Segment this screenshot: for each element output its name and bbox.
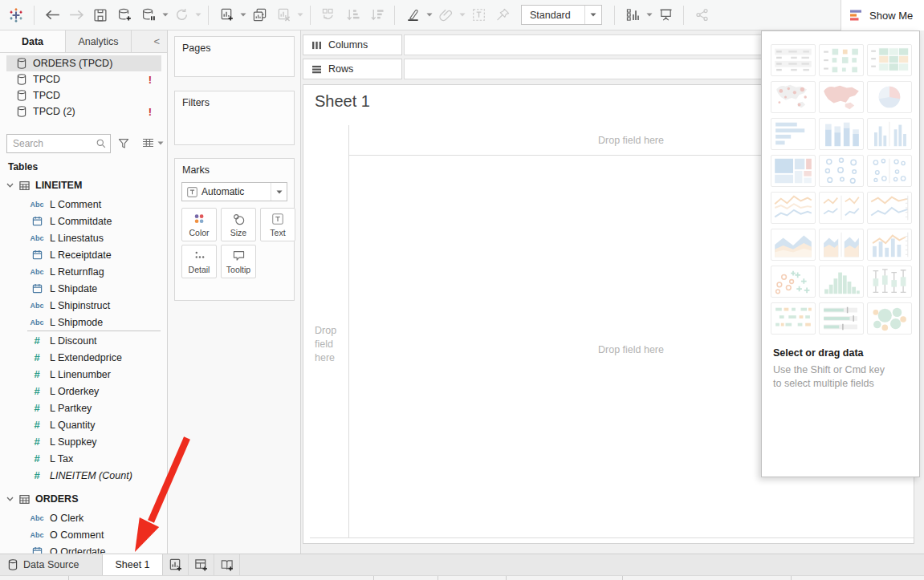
share-workbook-button[interactable] (692, 5, 711, 26)
field-item[interactable]: #L Discount (0, 332, 167, 349)
duplicate-sheet-button[interactable] (250, 5, 269, 26)
run-auto-updates-button[interactable] (172, 5, 191, 26)
showme-gantt[interactable] (771, 302, 816, 335)
showme-filled-map[interactable] (819, 81, 864, 113)
new-dashboard-button[interactable] (189, 554, 214, 575)
chevron-down-icon[interactable] (646, 13, 653, 17)
chevron-down-icon[interactable] (271, 183, 287, 201)
chevron-down-icon[interactable] (459, 13, 466, 17)
showme-pie-chart[interactable] (867, 81, 912, 113)
showme-histogram[interactable] (819, 266, 864, 298)
datasource-item[interactable]: ORDERS (TPCD) (6, 55, 161, 71)
field-item[interactable]: AbcO Clerk (0, 509, 167, 526)
view-options-icon[interactable] (142, 138, 154, 148)
chevron-down-icon[interactable] (240, 13, 246, 17)
search-input[interactable] (7, 138, 96, 149)
showme-packed-bubbles[interactable] (867, 302, 912, 335)
field-item[interactable]: L Receiptdate (0, 246, 167, 263)
datasource-item[interactable]: TPCD (6, 87, 161, 103)
field-item[interactable]: L Commitdate (0, 213, 167, 229)
datasource-item[interactable]: TPCD! (6, 71, 161, 87)
rows-shelf[interactable]: Rows (303, 59, 402, 79)
marks-button-text[interactable]: Text (260, 208, 295, 241)
show-mark-labels-button[interactable] (469, 5, 488, 26)
chevron-down-icon[interactable] (426, 13, 433, 17)
chevron-down-icon[interactable] (297, 13, 303, 17)
showme-dual-lines[interactable] (867, 192, 912, 224)
table-header[interactable]: ORDERS (0, 489, 167, 509)
new-worksheet-button[interactable] (217, 5, 236, 26)
group-members-button[interactable] (436, 5, 455, 26)
collapse-pane-icon[interactable]: < (146, 30, 167, 52)
showme-side-by-side-bars[interactable] (867, 118, 912, 150)
save-button[interactable] (91, 5, 110, 26)
pause-auto-updates-button[interactable] (139, 5, 158, 26)
showme-scatter-plots[interactable] (771, 266, 816, 298)
datasource-item[interactable]: TPCD (2)! (6, 103, 161, 120)
field-item[interactable]: #L Linenumber (0, 366, 167, 383)
chevron-down-icon[interactable] (162, 13, 169, 17)
field-item[interactable]: #L Quantity (0, 416, 167, 433)
fit-selector[interactable]: Standard (521, 5, 602, 25)
showme-text-table[interactable] (771, 44, 816, 76)
clear-sheet-button[interactable] (274, 5, 293, 26)
field-item[interactable]: #LINEITEM (Count) (0, 467, 167, 484)
sort-descending-button[interactable] (367, 5, 386, 26)
chevron-down-icon[interactable] (157, 141, 164, 145)
showme-heat-map[interactable] (819, 44, 864, 76)
showme-bullet-graphs[interactable] (819, 302, 864, 335)
table-header[interactable]: LINEITEM (0, 175, 167, 196)
undo-button[interactable] (43, 5, 62, 26)
field-item[interactable]: O Orderdate (0, 543, 167, 554)
sort-ascending-button[interactable] (343, 5, 362, 26)
field-item[interactable]: AbcL Shipinstruct (0, 297, 167, 314)
chevron-down-icon[interactable] (584, 6, 601, 24)
showme-lines-discrete[interactable] (819, 192, 864, 224)
showme-highlight-table[interactable] (867, 44, 912, 76)
marks-button-tooltip[interactable]: Tooltip (221, 245, 256, 278)
showme-box-and-whisker[interactable] (867, 266, 912, 298)
highlight-button[interactable] (403, 5, 422, 26)
filters-shelf[interactable]: Filters (174, 91, 295, 145)
filter-fields-icon[interactable] (118, 138, 129, 149)
showme-lines-continuous[interactable] (771, 192, 816, 224)
showme-symbol-map[interactable] (771, 81, 816, 113)
marks-button-color[interactable]: Color (181, 208, 217, 241)
field-item[interactable]: AbcL Shipmode (0, 314, 167, 331)
chevron-down-icon[interactable] (6, 497, 14, 501)
field-item[interactable]: #L Orderkey (0, 383, 167, 400)
tab-data-source[interactable]: Data Source (0, 554, 92, 575)
columns-shelf[interactable]: Columns (303, 34, 402, 55)
showme-dual-combination[interactable] (867, 229, 912, 261)
field-item[interactable]: #L Suppkey (0, 433, 167, 450)
mark-type-dropdown[interactable]: Automatic (181, 182, 287, 201)
showme-circle-views[interactable] (819, 155, 864, 187)
showme-area-charts-discrete[interactable] (819, 229, 864, 261)
tableau-logo-icon[interactable] (6, 5, 26, 26)
field-item[interactable]: AbcL Linestatus (0, 229, 167, 246)
tab-data[interactable]: Data (0, 30, 66, 52)
field-item[interactable]: #L Extendedprice (0, 349, 167, 366)
drop-zone-rows[interactable]: Drop field here (315, 324, 348, 365)
pages-shelf[interactable]: Pages (174, 36, 295, 77)
field-item[interactable]: AbcL Returnflag (0, 263, 167, 280)
new-story-button[interactable] (214, 554, 240, 575)
field-item[interactable]: AbcO Comment (0, 526, 167, 543)
redo-button[interactable] (67, 5, 86, 26)
tab-sheet-1[interactable]: Sheet 1 (102, 554, 162, 575)
swap-rows-columns-button[interactable] (319, 5, 338, 26)
presentation-mode-button[interactable] (656, 5, 675, 26)
marks-button-size[interactable]: Size (221, 208, 256, 241)
marks-button-detail[interactable]: Detail (181, 245, 217, 278)
field-item[interactable]: L Shipdate (0, 280, 167, 297)
field-item[interactable]: #L Tax (0, 450, 167, 467)
showme-treemap[interactable] (771, 155, 816, 187)
field-item[interactable]: AbcL Comment (0, 196, 167, 213)
fix-axes-button[interactable] (493, 5, 512, 26)
new-worksheet-tab-button[interactable] (163, 554, 189, 575)
showme-stacked-bars[interactable] (819, 118, 864, 150)
chevron-down-icon[interactable] (195, 13, 201, 17)
show-me-button[interactable]: Show Me (841, 0, 924, 30)
field-item[interactable]: #L Partkey (0, 400, 167, 416)
showme-area-charts-continuous[interactable] (771, 229, 816, 261)
